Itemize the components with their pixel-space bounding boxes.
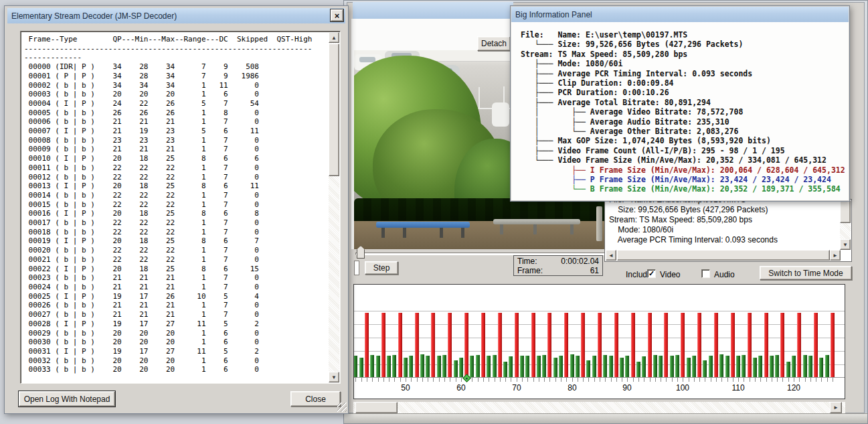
close-icon[interactable]: × [331, 9, 343, 21]
table-row: 00026 ( b | b ) 21 21 21 1 7 0 [24, 301, 328, 310]
big-panel-body: File: Name: E:\user\temp\00197.MTS └─── … [511, 22, 849, 200]
small-panel-hscroll-left-arrow-icon[interactable]: ◄ [606, 250, 616, 261]
axis-tick [483, 378, 484, 382]
axis-tick [755, 378, 756, 382]
b-frame-bar [659, 356, 663, 377]
info-tree-line: Stream: TS Max Speed: 85,509,280 bps [521, 50, 687, 59]
table-row: 00003 ( b | b ) 20 20 20 1 6 0 [24, 90, 328, 99]
audio-checkbox[interactable] [701, 269, 710, 278]
axis-tick [611, 378, 612, 382]
frame-log-vscrollbar[interactable]: ▲ ▼ [329, 32, 339, 382]
chart-hscrollbar[interactable]: ► [353, 402, 845, 413]
table-row: 00028 ( I | P ) 19 17 27 11 5 2 [24, 320, 328, 329]
main-app-bottom-frame [344, 413, 867, 423]
b-frame-bar [620, 358, 624, 377]
big-panel-titlebar[interactable]: Big Information Panel [511, 7, 849, 22]
axis-tick [500, 378, 501, 382]
small-panel-hscroll-right-arrow-icon[interactable]: ► [830, 250, 841, 261]
audio-checkbox-label: Audio [714, 270, 735, 279]
axis-tick [444, 378, 445, 382]
axis-tick [439, 378, 440, 382]
axis-tick [472, 378, 472, 382]
axis-tick [677, 378, 678, 382]
info-tree-line: ├─── PCR Duration: 0:00:10.26 [521, 88, 669, 97]
b-frame-bar [753, 358, 757, 377]
small-panel-vscroll-thumb[interactable] [840, 200, 851, 223]
axis-tick [782, 378, 783, 382]
hscroll-right-arrow-icon[interactable]: ► [830, 402, 842, 413]
slider-end-cap [354, 261, 359, 275]
small-info-panel[interactable]: File: Name: E:\user\temp\00197.MTS Size:… [604, 199, 852, 262]
decoder-title: Elementary Stream Decoder (JM-SP Decoder… [11, 11, 177, 21]
time-value: 0:00:02.04 [561, 257, 599, 266]
hscroll-track[interactable] [353, 402, 845, 413]
i-frame-bar [764, 313, 768, 377]
small-panel-vscroll-down-arrow-icon[interactable]: ▼ [840, 239, 851, 250]
close-button[interactable]: Close [290, 391, 341, 407]
table-row: 00027 ( b | b ) 21 21 21 1 7 0 [24, 310, 328, 320]
table-row: 00000 (IDR| P ) 34 28 34 7 9 508 [24, 62, 328, 72]
i-frame-bar [547, 313, 551, 377]
table-row: 00014 ( b | b ) 22 22 22 1 7 0 [24, 191, 328, 200]
b-frame-bar [476, 355, 480, 377]
axis-tick-label: 80 [561, 383, 584, 393]
axis-tick-label: 70 [505, 383, 528, 393]
axis-tick [406, 378, 406, 382]
b-frame-bar [387, 356, 391, 377]
big-information-panel: Big Information Panel File: Name: E:\use… [510, 5, 850, 202]
axis-tick [561, 378, 561, 382]
table-row: 00013 ( I | P ) 20 18 25 8 6 11 [24, 182, 328, 191]
axis-tick [428, 378, 428, 382]
hscroll-thumb[interactable] [355, 402, 398, 413]
b-frame-bar [808, 356, 812, 377]
small-panel-hscroll-thumb[interactable] [617, 250, 830, 261]
i-frame-bar [748, 313, 752, 377]
info-tree-line: └─── Video Frame Size (Min/Ave/Max): 20,… [521, 155, 827, 165]
axis-tick [417, 378, 418, 382]
i-frame-bar [381, 313, 385, 377]
axis-tick-label: 50 [394, 383, 417, 393]
switch-to-time-mode-button[interactable]: Switch to Time Mode [760, 266, 852, 280]
b-frame-bar [454, 360, 458, 377]
b-frame-bar [576, 356, 580, 377]
axis-tick-label: 100 [671, 383, 694, 393]
table-row: 00007 ( I | P ) 21 19 23 5 6 11 [24, 127, 328, 136]
video-checkbox[interactable]: ✓ [647, 269, 656, 278]
vscroll-down-arrow-icon[interactable]: ▼ [329, 372, 339, 382]
vscroll-up-arrow-icon[interactable]: ▲ [329, 32, 339, 43]
table-row: 00031 ( I | P ) 19 17 27 11 5 2 [24, 347, 328, 356]
axis-tick [699, 378, 700, 382]
axis-tick [810, 378, 811, 382]
detach-button[interactable]: Detach [477, 36, 511, 51]
b-frame-bar [803, 355, 807, 377]
frame-log-listbox[interactable]: Frame--Type QP---Min---Max--Range---DC S… [20, 31, 341, 384]
open-log-button[interactable]: Open Log With Notepad [19, 391, 115, 407]
bitrate-chart[interactable]: 5060708090100110120 [353, 284, 845, 399]
small-panel-hscrollbar[interactable]: ◄ ► [606, 250, 841, 261]
inner-window-titlebar-fragment [353, 2, 513, 19]
car-white-far [492, 102, 509, 127]
axis-tick [367, 378, 367, 382]
table-row: 00018 ( b | b ) 22 22 22 1 7 0 [24, 228, 328, 237]
table-row: 00032 ( b | b ) 20 20 20 1 6 0 [24, 356, 328, 366]
table-row: 00008 ( b | b ) 23 23 23 1 7 0 [24, 136, 328, 145]
info-tree-line: ├─── Clip Duration: 0:00:09.84 [521, 78, 673, 88]
resize-grip[interactable] [337, 403, 347, 412]
small-panel-vscroll-track[interactable]: ▼ [840, 200, 851, 250]
i-frame-bar [564, 313, 568, 377]
info-tree-line: └── B Frame Size (Min/Ave/Max): 20,352 /… [521, 184, 841, 194]
table-row: 00015 ( b | b ) 22 22 22 1 7 0 [24, 200, 328, 210]
vscroll-thumb[interactable] [329, 44, 339, 176]
b-frame-bar [825, 355, 829, 377]
b-frame-bar [819, 358, 823, 377]
decoder-titlebar[interactable]: Elementary Stream Decoder (JM-SP Decoder… [7, 8, 345, 23]
i-frame-bar [631, 313, 635, 377]
b-frame-bar [525, 356, 529, 377]
axis-tick [578, 378, 578, 382]
video-checkbox-label: Video [660, 270, 680, 279]
axis-tick [827, 378, 828, 382]
b-frame-bar [404, 358, 408, 377]
axis-tick [833, 378, 833, 382]
step-button[interactable]: Step [365, 261, 398, 275]
b-frame-bar [642, 356, 646, 377]
